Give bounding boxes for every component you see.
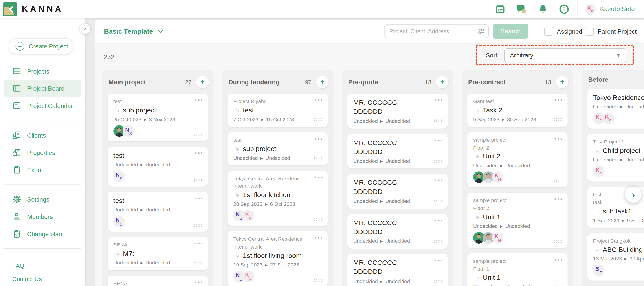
card-date-range: Undecided▶Undecided (353, 278, 442, 284)
drag-handle[interactable] (194, 224, 202, 227)
card-menu-button[interactable] (313, 100, 322, 101)
calendar-icon[interactable] (496, 4, 505, 14)
drag-handle[interactable] (433, 279, 442, 283)
date-arrow-icon: ▶ (622, 218, 624, 222)
project-card[interactable]: SENA↳M7:Undecided▶Undecided (108, 237, 208, 270)
sidebar-item-clients[interactable]: Clients (0, 126, 85, 144)
project-card[interactable]: MR. CCCCCC DDDDDDUndecided▶Undecided (348, 94, 448, 128)
project-card[interactable]: Test Project 1↳Child projectUndecided▶Un… (587, 134, 644, 182)
drag-handle[interactable] (194, 261, 202, 265)
card-menu-button[interactable] (193, 100, 202, 101)
project-card[interactable]: testUndecided▶UndecidedNS (108, 146, 208, 186)
drag-handle[interactable] (433, 199, 442, 203)
add-card-button[interactable]: + (436, 76, 448, 88)
card-menu-button[interactable] (193, 152, 202, 154)
sidebar-collapse-button[interactable]: ‹ (80, 23, 90, 34)
card-menu-button[interactable] (193, 281, 202, 283)
card-menu-button[interactable] (313, 237, 322, 239)
card-menu-button[interactable] (553, 138, 562, 140)
drag-handle[interactable] (553, 118, 562, 121)
project-card[interactable]: Project Riyahd↳test7 Oct 2023▶15 Oct 202… (228, 94, 328, 127)
card-menu-button[interactable] (433, 260, 442, 261)
project-card[interactable]: testUndecided▶UndecidedNS (108, 192, 208, 232)
project-card[interactable]: MR. CCCCCC DDDDDDUndecided▶Undecided (348, 214, 448, 249)
bell-icon[interactable] (538, 4, 548, 14)
drag-handle[interactable] (313, 118, 322, 121)
card-menu-button[interactable] (433, 180, 442, 181)
project-card[interactable]: sample projectFloor 1↳Unit 1Undecided▶Un… (467, 253, 568, 286)
chat-icon[interactable] (516, 4, 527, 14)
drag-handle[interactable] (313, 156, 322, 160)
project-card[interactable]: Gant test↳Task 29 Sep 2023▶30 Sep 2023 (467, 94, 568, 127)
project-card[interactable]: MR. CCCCCC DDDDDDUndecided▶Undecided (348, 134, 448, 168)
drag-handle[interactable] (553, 240, 562, 243)
sidebar-item-export[interactable]: Export (0, 161, 85, 178)
sidebar-item-project-calendar[interactable]: Project Calendar (0, 97, 85, 114)
scroll-right-button[interactable]: › (625, 186, 642, 203)
help-icon[interactable]: ? (559, 4, 569, 14)
card-menu-button[interactable] (433, 100, 442, 101)
kanna-logo[interactable]: KANNA (3, 2, 63, 16)
add-card-button[interactable]: + (316, 76, 328, 88)
search-input[interactable] (384, 24, 489, 38)
card-menu-button[interactable] (313, 138, 322, 140)
project-card[interactable]: test↳sub project25 Oct 2023▶3 Nov 2023NS (108, 94, 208, 141)
project-card[interactable]: Project Bangkok↳ABC Building13 Mar 2023▶… (587, 233, 644, 280)
project-card[interactable]: sample projectFloor 2↳Unit 1Undecided▶Un… (467, 193, 568, 248)
sort-select[interactable]: Arbitrary (504, 48, 626, 62)
card-menu-button[interactable] (193, 243, 202, 244)
project-card[interactable]: sample projectFloor 2↳Unit 2Undecided▶Un… (467, 132, 568, 188)
user-menu[interactable]: K S Kazuto Sato (585, 0, 634, 18)
card-menu-button[interactable] (193, 198, 202, 199)
project-card[interactable]: SENA↳M6: Permit (108, 276, 208, 286)
add-card-button[interactable]: + (556, 76, 568, 88)
sidebar-item-project-board[interactable]: Project Board (4, 80, 81, 97)
create-project-button[interactable]: + Create Project (8, 38, 74, 54)
drag-handle[interactable] (433, 119, 442, 123)
card-menu-button[interactable] (553, 198, 562, 200)
parent-project-filter[interactable]: Parent Project (585, 20, 636, 43)
project-card[interactable]: MR. CCCCCC DDDDDDUndecided▶Undecided (348, 174, 448, 208)
add-card-button[interactable]: + (196, 76, 209, 88)
sidebar-item-change-plan[interactable]: Change plan (0, 225, 85, 242)
card-menu-button[interactable] (313, 176, 322, 178)
sidebar-item-members[interactable]: Members (0, 208, 85, 225)
template-selector[interactable]: Basic Template (104, 20, 164, 43)
project-card[interactable]: Tokyo Residence FUndecided▶UndecidedKSKS (587, 89, 644, 129)
drag-handle[interactable] (553, 285, 562, 286)
parent-project-checkbox[interactable] (585, 27, 594, 36)
sidebar-item-settings[interactable]: Settings (0, 190, 85, 208)
assigned-filter[interactable]: Assigned (544, 20, 582, 43)
plus-circle-icon: + (16, 42, 24, 50)
project-card[interactable]: Tokyo Central Area Residence Interior wo… (228, 231, 328, 286)
date-end: Undecided (505, 223, 530, 229)
drag-handle[interactable] (433, 159, 442, 163)
subproject-arrow-icon: ↳ (474, 152, 480, 160)
sidebar-link-contact-us[interactable]: Contact Us (0, 272, 85, 286)
date-arrow-icon: ▶ (260, 156, 263, 160)
filter-icon[interactable] (477, 28, 485, 36)
assigned-checkbox[interactable] (544, 27, 553, 36)
card-assignees: NSKN (233, 270, 322, 282)
card-menu-button[interactable] (433, 140, 442, 141)
date-arrow-icon: ▶ (620, 105, 623, 109)
project-card[interactable]: test↳sub projectUndecided▶Undecided (228, 132, 328, 166)
card-title: test (113, 151, 202, 160)
sidebar-item-projects[interactable]: Projects (0, 62, 85, 80)
drag-handle[interactable] (194, 178, 202, 182)
drag-handle[interactable] (313, 218, 322, 221)
search-button[interactable]: Search (493, 24, 528, 38)
sidebar-link-faq[interactable]: FAQ (0, 259, 85, 272)
card-menu-button[interactable] (553, 259, 562, 261)
sidebar-item-properties[interactable]: Properties (0, 144, 85, 161)
drag-handle[interactable] (553, 179, 562, 183)
project-card[interactable]: Tokyo Central Area Residence Interior wo… (228, 170, 328, 226)
card-date-range: Undecided▶Undecided (113, 207, 202, 213)
drag-handle[interactable] (194, 133, 202, 136)
card-menu-button[interactable] (553, 100, 562, 101)
card-menu-button[interactable] (433, 220, 442, 221)
drag-handle[interactable] (313, 278, 322, 282)
drag-handle[interactable] (433, 239, 442, 243)
date-end: 30 Apr 2023 (630, 256, 644, 262)
project-card[interactable]: MR. CCCCCC DDDDDDUndecided▶Undecided (348, 254, 448, 286)
